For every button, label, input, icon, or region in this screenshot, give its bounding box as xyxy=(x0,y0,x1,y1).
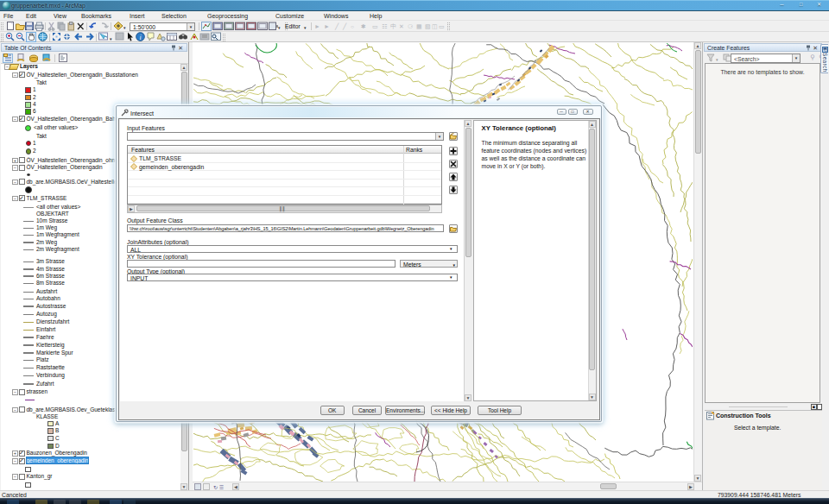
svg-text:i: i xyxy=(139,34,141,41)
